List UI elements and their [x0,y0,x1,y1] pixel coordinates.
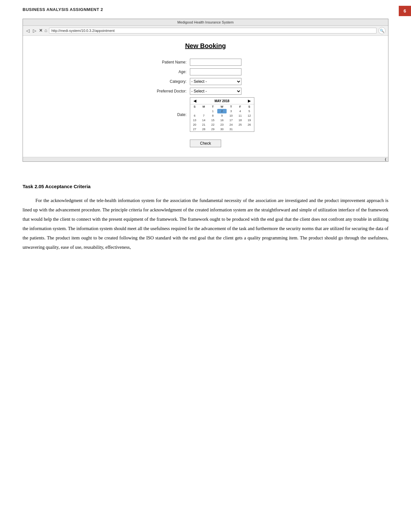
home-button[interactable]: ⌂ [44,28,47,33]
calendar-day[interactable]: 20 [190,122,199,127]
age-label: Age: [157,68,190,75]
preferred-doctor-label: Preferred Doctor: [157,88,190,95]
calendar-day[interactable]: 3 [227,109,236,113]
calendar-day[interactable]: 14 [199,118,208,122]
cal-header-thu: T [227,104,236,109]
calendar-day[interactable]: 27 [190,127,199,131]
browser-navbar: ◁ ▷ ✕ ⌂ 🔍 [23,26,388,36]
doctor-select[interactable]: - Select - [190,88,241,95]
patient-name-label: Patient Name: [157,59,190,66]
calendar-day[interactable]: 28 [199,127,208,131]
body-text: For the acknowledgment of the tele-healt… [23,196,388,252]
calendar-day[interactable]: 8 [208,113,217,118]
calendar-day[interactable]: 25 [236,122,245,127]
calendar-day[interactable]: 21 [199,122,208,127]
calendar-day[interactable]: 12 [245,113,254,118]
calendar-day [190,109,199,113]
calendar-day[interactable]: 26 [245,122,254,127]
calendar-day[interactable]: 1 [208,109,217,113]
back-button[interactable]: ◁ [25,28,30,34]
calendar-day[interactable]: 17 [227,118,236,122]
calendar-day[interactable]: 22 [208,122,217,127]
cal-header-sat: S [245,104,254,109]
calendar-day[interactable]: 30 [217,127,226,131]
browser-statusbar: ❴ [23,157,388,161]
address-bar[interactable] [49,28,377,34]
calendar-day[interactable]: 31 [227,127,236,131]
calendar-day [245,127,254,131]
calendar-day[interactable]: 23 [217,122,226,127]
patient-name-input[interactable] [190,59,241,66]
check-button[interactable]: Check [190,140,221,147]
form-title: New Booking [33,42,378,50]
calendar-grid: S M T W T F S 12345678910111213 [190,104,254,131]
calendar-day [199,109,208,113]
calendar-day[interactable]: 5 [245,109,254,113]
browser-window: Medigood Health Insurance System ◁ ▷ ✕ ⌂… [23,19,388,162]
date-label: Date: [157,97,190,132]
cal-header-tue: T [208,104,217,109]
calendar-month-year: MAY 2018 [214,99,229,103]
age-input[interactable] [190,68,241,75]
calendar-day[interactable]: 2 [217,109,226,113]
calendar-day[interactable]: 11 [236,113,245,118]
close-nav-button[interactable]: ✕ [39,28,43,33]
calendar-day[interactable]: 10 [227,113,236,118]
booking-form: Patient Name: Age: Category: - Select - [157,56,254,134]
calendar-day[interactable]: 13 [190,118,199,122]
category-select[interactable]: - Select - [190,78,241,85]
browser-titlebar: Medigood Health Insurance System [23,19,388,26]
calendar-day[interactable]: 4 [236,109,245,113]
cal-header-wed: W [217,104,226,109]
calendar-day[interactable]: 19 [245,118,254,122]
calendar-day [236,127,245,131]
calendar-day[interactable]: 29 [208,127,217,131]
calendar-next-button[interactable]: ▶ [247,99,252,103]
statusbar-icon: ❴ [384,158,387,161]
calendar-day[interactable]: 9 [217,113,226,118]
calendar-prev-button[interactable]: ◀ [192,99,198,103]
cal-header-fri: F [236,104,245,109]
task-heading: Task 2.05 Acceptance Criteria [23,184,91,189]
body-paragraph: For the acknowledgment of the tele-healt… [23,196,388,252]
calendar-widget: ◀ MAY 2018 ▶ S M T W T [190,97,254,132]
calendar-day[interactable]: 15 [208,118,217,122]
calendar-day[interactable]: 18 [236,118,245,122]
calendar-day[interactable]: 6 [190,113,199,118]
forward-button[interactable]: ▷ [32,28,37,34]
category-label: Category: [157,78,190,85]
document-heading: BUSINESS ANALYSIS ASSIGNMENT 2 [23,7,103,12]
calendar-day[interactable]: 24 [227,122,236,127]
cal-header-mon: M [199,104,208,109]
calendar-day[interactable]: 16 [217,118,226,122]
calendar-day[interactable]: 7 [199,113,208,118]
browser-content: New Booking Patient Name: Age: Category: [23,36,388,157]
search-icon[interactable]: 🔍 [378,27,386,34]
cal-header-sun: S [190,104,199,109]
page-number: 6 [399,6,411,16]
